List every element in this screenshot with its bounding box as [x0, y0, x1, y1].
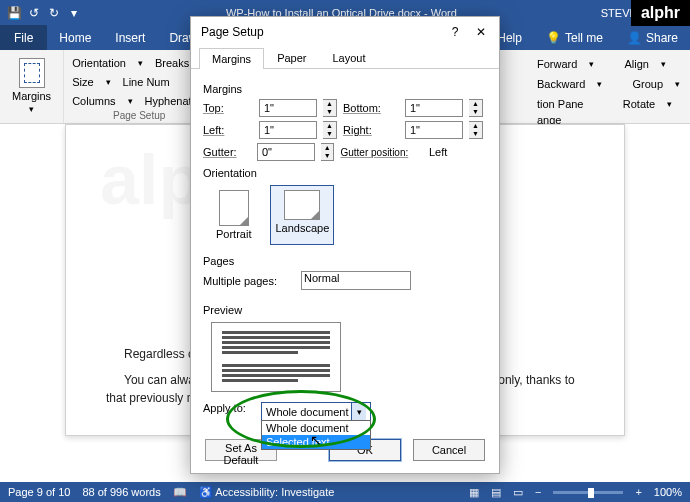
- align-button[interactable]: Align: [624, 58, 648, 70]
- apply-to-select[interactable]: Whole document▾: [261, 402, 371, 421]
- breaks-button[interactable]: Breaks: [155, 57, 189, 69]
- top-spinner[interactable]: ▲▼: [323, 99, 337, 117]
- gutter-input[interactable]: [257, 143, 315, 161]
- group-label: Page Setup: [72, 110, 206, 121]
- bottom-input[interactable]: [405, 99, 463, 117]
- left-input[interactable]: [259, 121, 317, 139]
- zoom-out-icon[interactable]: −: [535, 486, 541, 498]
- left-spinner[interactable]: ▲▼: [323, 121, 337, 139]
- tab-insert[interactable]: Insert: [103, 25, 157, 50]
- undo-icon[interactable]: ↺: [26, 5, 42, 21]
- size-button[interactable]: Size: [72, 76, 93, 88]
- redo-icon[interactable]: ↻: [46, 5, 62, 21]
- apply-option-whole[interactable]: Whole document: [262, 421, 370, 435]
- orientation-button[interactable]: Orientation: [72, 57, 126, 69]
- margins-button[interactable]: Margins ▾: [8, 54, 55, 118]
- right-input[interactable]: [405, 121, 463, 139]
- print-layout-icon[interactable]: ▤: [491, 486, 501, 499]
- share-button[interactable]: 👤Share: [615, 25, 690, 50]
- share-icon: 👤: [627, 31, 642, 45]
- bottom-spinner[interactable]: ▲▼: [469, 99, 483, 117]
- multiple-pages-select[interactable]: Normal: [301, 271, 411, 290]
- tab-home[interactable]: Home: [47, 25, 103, 50]
- cancel-button[interactable]: Cancel: [413, 439, 485, 461]
- bulb-icon: 💡: [546, 31, 561, 45]
- zoom-in-icon[interactable]: +: [635, 486, 641, 498]
- gutter-position-select[interactable]: Left: [429, 146, 487, 158]
- gutter-spinner[interactable]: ▲▼: [321, 143, 334, 161]
- zoom-level[interactable]: 100%: [654, 486, 682, 498]
- accessibility-status[interactable]: ♿ Accessibility: Investigate: [199, 486, 335, 499]
- preview-section-label: Preview: [203, 304, 487, 316]
- columns-button[interactable]: Columns: [72, 95, 115, 107]
- apply-to-dropdown-list: Whole document Selected text: [261, 420, 371, 450]
- web-layout-icon[interactable]: ▭: [513, 486, 523, 499]
- chevron-down-icon: ▾: [29, 104, 34, 114]
- save-icon[interactable]: 💾: [6, 5, 22, 21]
- apply-option-selected[interactable]: Selected text: [262, 435, 370, 449]
- landscape-option[interactable]: Landscape: [270, 185, 334, 245]
- read-mode-icon[interactable]: ▦: [469, 486, 479, 499]
- rotate-button[interactable]: Rotate: [623, 98, 655, 110]
- spellcheck-icon[interactable]: 📖: [173, 486, 187, 499]
- tell-me-button[interactable]: 💡Tell me: [534, 25, 615, 50]
- status-bar: Page 9 of 10 88 of 996 words 📖 ♿ Accessi…: [0, 482, 690, 502]
- margins-section-label: Margins: [203, 83, 487, 95]
- help-icon[interactable]: ?: [447, 25, 463, 39]
- file-tab[interactable]: File: [0, 25, 47, 50]
- selection-pane-button[interactable]: tion Pane: [537, 98, 583, 110]
- zoom-slider[interactable]: [553, 491, 623, 494]
- margins-icon: [19, 58, 45, 88]
- dialog-title: Page Setup: [201, 25, 264, 39]
- chevron-down-icon: ▾: [351, 403, 366, 420]
- preview-thumbnail: [211, 322, 341, 392]
- tab-paper[interactable]: Paper: [264, 47, 319, 68]
- tab-margins[interactable]: Margins: [199, 48, 264, 69]
- top-input[interactable]: [259, 99, 317, 117]
- qat-dropdown-icon[interactable]: ▾: [66, 5, 82, 21]
- pages-section-label: Pages: [203, 255, 487, 267]
- close-icon[interactable]: ✕: [473, 25, 489, 39]
- page-indicator[interactable]: Page 9 of 10: [8, 486, 70, 498]
- portrait-option[interactable]: Portrait: [211, 185, 256, 245]
- hyphenation-button[interactable]: Hyphenat: [145, 95, 192, 107]
- word-count[interactable]: 88 of 996 words: [82, 486, 160, 498]
- line-numbers-button[interactable]: Line Num: [123, 76, 170, 88]
- backward-button[interactable]: Backward: [537, 78, 585, 90]
- tab-layout[interactable]: Layout: [319, 47, 378, 68]
- forward-button[interactable]: Forward: [537, 58, 577, 70]
- page-setup-dialog: Page Setup ? ✕ Margins Paper Layout Marg…: [190, 16, 500, 474]
- alphr-logo: alphr: [631, 0, 690, 26]
- orientation-section-label: Orientation: [203, 167, 487, 179]
- right-spinner[interactable]: ▲▼: [469, 121, 483, 139]
- group-button[interactable]: Group: [632, 78, 663, 90]
